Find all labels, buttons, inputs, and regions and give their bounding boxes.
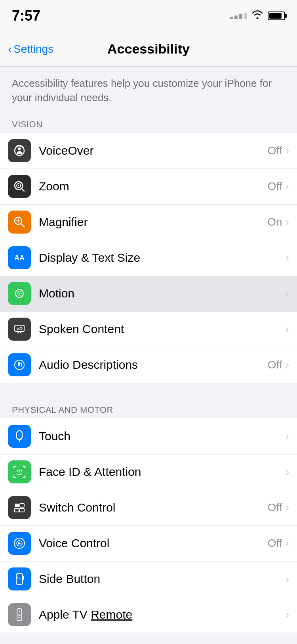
zoom-icon	[8, 175, 31, 198]
svg-point-1	[18, 147, 21, 150]
motion-right: ›	[286, 287, 289, 300]
switch-control-value: Off	[268, 501, 282, 514]
voiceover-chevron-icon: ›	[286, 144, 289, 157]
apple-tv-remote-chevron-icon: ›	[286, 608, 289, 621]
audio-descriptions-chevron-icon: ›	[286, 358, 289, 371]
switch-control-content: Switch Control Off ›	[39, 501, 289, 514]
spoken-content-right: ›	[286, 323, 289, 335]
switch-control-icon	[8, 496, 31, 519]
spoken-content-row[interactable]: aD Spoken Content ›	[0, 311, 297, 347]
status-time: 7:57	[12, 8, 40, 24]
magnifier-right: On ›	[267, 216, 289, 228]
voiceover-row[interactable]: VoiceOver Off ›	[0, 133, 297, 169]
voice-control-chevron-icon: ›	[286, 537, 289, 550]
side-button-right: ›	[286, 573, 289, 585]
motion-row[interactable]: Motion ›	[0, 276, 297, 311]
voice-control-icon	[8, 532, 31, 555]
motion-content: Motion ›	[39, 287, 289, 300]
touch-row[interactable]: Touch ›	[0, 418, 297, 454]
magnifier-row[interactable]: Magnifier On ›	[0, 204, 297, 240]
voice-control-row[interactable]: Voice Control Off ›	[0, 525, 297, 561]
status-bar: 7:57	[0, 0, 297, 32]
magnifier-icon	[8, 211, 31, 234]
spoken-content-icon: aD	[8, 318, 31, 341]
side-button-icon	[8, 567, 31, 590]
vision-settings-group: VoiceOver Off › Zoom Off ›	[0, 133, 297, 383]
svg-rect-23	[15, 504, 19, 507]
nav-bar: ‹ Settings Accessibility	[0, 32, 297, 67]
audio-descriptions-right: Off ›	[268, 358, 289, 371]
switch-control-label: Switch Control	[39, 501, 115, 514]
touch-icon	[8, 425, 31, 448]
svg-rect-25	[15, 508, 19, 512]
audio-descriptions-content: Audio Descriptions Off ›	[39, 358, 289, 372]
back-chevron-icon: ‹	[8, 42, 12, 56]
zoom-label: Zoom	[39, 180, 69, 193]
zoom-value: Off	[268, 180, 282, 193]
physical-settings-group: Touch › Face ID & Attention ›	[0, 418, 297, 632]
signal-icon	[230, 13, 247, 19]
audio-descriptions-icon	[8, 353, 31, 376]
motion-label: Motion	[39, 287, 74, 300]
side-button-label: Side Button	[39, 572, 100, 586]
svg-point-13	[19, 293, 20, 294]
face-id-content: Face ID & Attention ›	[39, 465, 289, 479]
section-divider-1	[0, 383, 297, 399]
vision-section-header: VISION	[0, 113, 297, 133]
voice-control-content: Voice Control Off ›	[39, 537, 289, 550]
side-button-row[interactable]: Side Button ›	[0, 561, 297, 597]
svg-point-20	[17, 470, 18, 472]
physical-motor-section-header: PHYSICAL AND MOTOR	[0, 399, 297, 418]
touch-right: ›	[286, 430, 289, 443]
svg-text:AA: AA	[14, 254, 25, 262]
side-button-chevron-icon: ›	[286, 573, 289, 585]
svg-point-15	[23, 293, 24, 294]
touch-content: Touch ›	[39, 429, 289, 443]
apple-tv-remote-label: Apple TV Remote	[39, 608, 132, 621]
svg-rect-30	[23, 576, 24, 580]
display-text-row[interactable]: AA Display & Text Size ›	[0, 240, 297, 276]
audio-descriptions-row[interactable]: Audio Descriptions Off ›	[0, 347, 297, 383]
switch-control-chevron-icon: ›	[286, 501, 289, 514]
switch-control-right: Off ›	[268, 501, 289, 514]
apple-tv-remote-row[interactable]: Apple TV Remote ›	[0, 597, 297, 632]
apple-tv-remote-content: Apple TV Remote ›	[39, 608, 289, 621]
svg-text:aD: aD	[17, 326, 23, 331]
svg-rect-26	[20, 508, 24, 512]
status-icons	[230, 10, 285, 21]
svg-point-21	[21, 470, 22, 472]
display-text-icon: AA	[8, 246, 31, 269]
svg-point-4	[18, 185, 19, 186]
zoom-row[interactable]: Zoom Off ›	[0, 169, 297, 204]
svg-point-33	[19, 611, 20, 612]
display-text-label: Display & Text Size	[39, 251, 140, 264]
voiceover-value: Off	[268, 144, 282, 157]
voiceover-right: Off ›	[268, 144, 289, 157]
face-id-row[interactable]: Face ID & Attention ›	[0, 454, 297, 490]
apple-tv-remote-right: ›	[286, 608, 289, 621]
audio-descriptions-label: Audio Descriptions	[39, 358, 138, 372]
motion-icon	[8, 282, 31, 305]
svg-line-7	[21, 224, 24, 227]
spoken-content-content: Spoken Content ›	[39, 322, 289, 336]
voiceover-content: VoiceOver Off ›	[39, 144, 289, 157]
touch-label: Touch	[39, 429, 70, 443]
wifi-icon	[252, 10, 263, 21]
voice-control-label: Voice Control	[39, 537, 109, 550]
battery-icon	[268, 12, 285, 20]
zoom-content: Zoom Off ›	[39, 180, 289, 193]
display-text-right: ›	[286, 251, 289, 264]
svg-rect-36	[18, 617, 21, 618]
svg-rect-34	[18, 614, 21, 615]
back-label: Settings	[13, 43, 53, 56]
voiceover-label: VoiceOver	[39, 144, 93, 157]
touch-chevron-icon: ›	[286, 430, 289, 443]
svg-point-14	[19, 289, 20, 290]
face-id-label: Face ID & Attention	[39, 465, 141, 479]
spoken-content-chevron-icon: ›	[286, 323, 289, 335]
motion-chevron-icon: ›	[286, 287, 289, 300]
switch-control-row[interactable]: Switch Control Off ›	[0, 490, 297, 525]
svg-line-5	[22, 189, 25, 192]
svg-rect-24	[20, 504, 24, 507]
back-button[interactable]: ‹ Settings	[8, 42, 53, 56]
